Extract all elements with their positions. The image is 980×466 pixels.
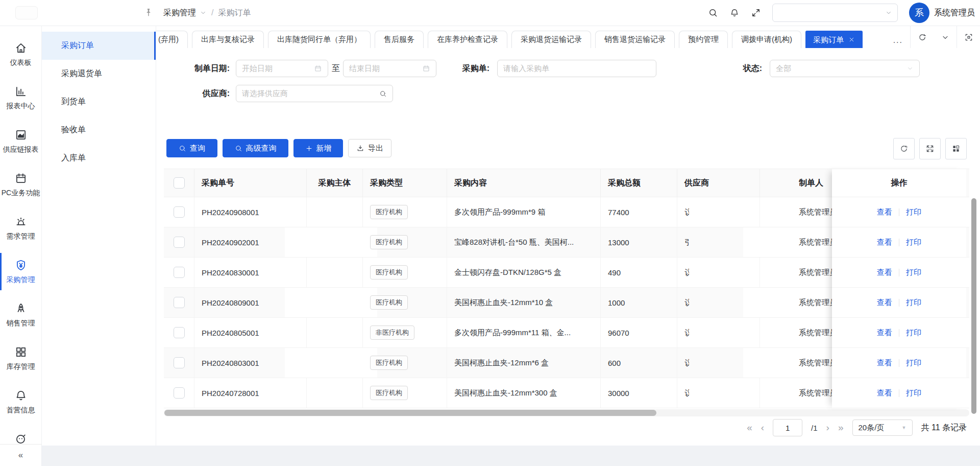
view-link[interactable]: 查看 [877,298,892,308]
sidebar-item-home[interactable]: 仪表板 [0,33,41,76]
page-number-input[interactable]: 1 [773,419,802,436]
next-page-button[interactable]: › [826,420,829,436]
select-all-checkbox[interactable] [174,177,185,189]
view-link[interactable]: 查看 [877,238,892,247]
sidebar-collapse-button[interactable]: « [0,444,41,466]
tab-more-button[interactable]: ... [890,36,910,48]
column-settings-button[interactable] [945,138,967,159]
submenu-item[interactable]: 到货单 [42,88,156,116]
print-link[interactable]: 打印 [906,238,921,247]
avatar[interactable]: 系 [909,3,929,23]
submenu-item[interactable]: 验收单 [42,116,156,144]
sidebar-item-label: 首营信息 [7,406,35,415]
row-checkbox[interactable] [174,237,185,248]
print-link[interactable]: 打印 [906,207,921,217]
view-link[interactable]: 查看 [877,207,892,217]
horizontal-scrollbar[interactable] [164,409,969,416]
cell-text: 13000 [608,238,629,247]
breadcrumb-separator: / [211,8,213,17]
notification-bell-icon[interactable] [729,8,740,18]
submenu-item[interactable]: 采购订单 [42,32,156,60]
sidebar-item-label: 需求管理 [7,232,35,241]
start-date-input[interactable]: 开始日期 [236,60,328,77]
page-size-select[interactable]: 20条/页 ▼ [852,420,913,436]
chevron-down-icon[interactable] [200,9,207,16]
row-checkbox-cell [164,227,194,257]
print-link[interactable]: 打印 [906,268,921,277]
tab[interactable]: 出库与复核记录 [192,31,264,48]
view-link[interactable]: 查看 [877,388,892,398]
tab[interactable]: 在库养护检查记录 [428,31,507,48]
query-button[interactable]: 查询 [166,139,217,157]
cell-content: 美国柯惠止血夹-12mm*300 盒 [447,378,601,408]
end-date-input[interactable]: 结束日期 [343,60,436,77]
view-link[interactable]: 查看 [877,328,892,338]
tab[interactable]: (弃用) [156,31,188,48]
user-name[interactable]: 系统管理员 [934,8,975,18]
cell-type: 非医疗机构 [363,318,447,347]
row-checkbox[interactable] [174,297,185,308]
tab[interactable]: 采购退货运输记录 [511,31,591,48]
add-button[interactable]: 新增 [293,139,343,157]
sidebar-item-shield-yuan[interactable]: 采购管理 [0,250,41,293]
sidebar-item-label: 采购管理 [7,275,35,285]
status-select[interactable]: 全部 [770,60,920,77]
cell-supplier: 议 [677,318,760,347]
topbar-select[interactable] [772,4,898,22]
sidebar-item-siren[interactable]: 需求管理 [0,206,41,250]
pin-icon[interactable] [143,7,154,17]
vertical-scrollbar-thumb[interactable] [971,198,976,414]
search-icon[interactable] [708,8,718,18]
sidebar-item-rocket[interactable]: 销售管理 [0,293,41,337]
tab[interactable]: 出库随货同行单（弃用） [268,31,371,48]
sidebar-item-bell[interactable]: 首营信息 [0,380,41,424]
row-checkbox[interactable] [174,387,185,399]
submenu-item[interactable]: 采购退货单 [42,60,156,88]
row-checkbox[interactable] [174,267,185,278]
po-input[interactable]: 请输入采购单 [497,60,656,77]
row-checkbox[interactable] [174,206,185,218]
advanced-query-button[interactable]: 高级查询 [223,139,288,157]
tab-maximize-button[interactable] [957,26,980,48]
cell-content: 多次领用产品-999mm*11 箱、金... [447,318,601,347]
tab[interactable]: 售后服务 [375,31,424,48]
print-link[interactable]: 打印 [906,328,921,338]
print-link[interactable]: 打印 [906,358,921,368]
print-link[interactable]: 打印 [906,298,921,308]
tab[interactable]: 销售退货运输记录 [595,31,675,48]
sidebar-item-grid[interactable]: 库存管理 [0,337,41,380]
horizontal-scrollbar-thumb[interactable] [164,410,656,416]
tab-list-dropdown-button[interactable] [934,26,957,48]
sidebar-item-bar-chart[interactable]: 报表中心 [0,76,41,120]
row-checkbox[interactable] [174,327,185,338]
row-checkbox[interactable] [174,357,185,368]
view-link[interactable]: 查看 [877,358,892,368]
sidebar-item-label: 库存管理 [7,362,35,371]
divider [899,359,899,367]
submenu-item[interactable]: 入库单 [42,144,156,172]
tab[interactable]: 预约管理 [679,31,728,48]
sidebar-item-area-chart[interactable]: 供应链报表 [0,120,41,163]
table-refresh-button[interactable] [893,138,915,159]
vertical-scrollbar[interactable] [971,197,977,416]
print-link[interactable]: 打印 [906,388,921,398]
tab[interactable]: 调拨申请(机构) [732,31,801,48]
sidebar-item-calendar[interactable]: PC业务功能 [0,163,41,206]
breadcrumb-section[interactable]: 采购管理 [163,8,196,18]
first-page-button[interactable]: « [747,420,752,436]
tab-refresh-button[interactable] [910,26,934,48]
header-label: 采购内容 [454,178,487,189]
export-button[interactable]: 导出 [348,139,391,157]
tab-active[interactable]: 采购订单 [805,31,863,48]
last-page-button[interactable]: » [838,420,844,436]
table-fullscreen-button[interactable] [919,138,941,159]
view-link[interactable]: 查看 [877,268,892,277]
page-size-value: 20条/页 [859,423,885,433]
calendar-icon [314,64,322,73]
header-cell: 采购类型 [363,169,447,197]
prev-page-button[interactable]: ‹ [761,420,764,436]
supplier-input[interactable]: 请选择供应商 [236,85,393,102]
cell-text: 美国柯惠止血夹-12mm*10 盒 [454,298,553,308]
close-icon[interactable] [848,36,855,43]
fullscreen-icon[interactable] [751,8,761,18]
